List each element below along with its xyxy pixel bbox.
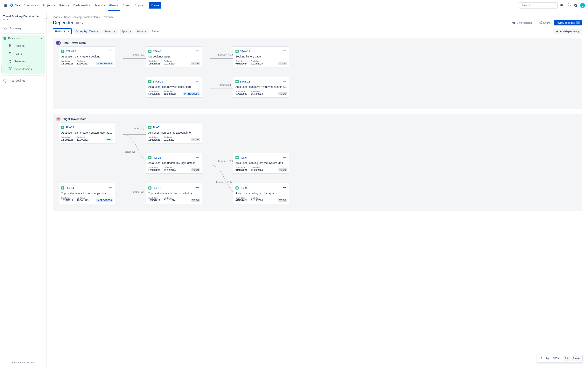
breadcrumb-link[interactable]: Plans [53, 16, 60, 19]
issue-key-link[interactable]: STAY-18 [240, 80, 250, 83]
chevron-down-icon [53, 4, 55, 6]
more-icon [195, 79, 199, 83]
issue-card[interactable]: FLY-6As a user I can log into the system… [233, 153, 289, 174]
review-changes-button[interactable]: Review changes 2 [554, 20, 582, 25]
svg-point-6 [4, 6, 5, 7]
zoom-in-button[interactable] [545, 355, 551, 361]
issue-summary: Trip destination selection - single dest… [61, 192, 112, 195]
give-feedback-button[interactable]: Give feedback [510, 20, 535, 26]
card-menu-button[interactable] [195, 125, 200, 130]
nav-item-projects[interactable]: Projects [41, 2, 57, 8]
nav-item-filters[interactable]: Filters [58, 2, 71, 8]
sidebar-footer-link[interactable]: Learn more about plans [0, 361, 46, 364]
share-button[interactable]: Share [537, 20, 552, 26]
nav-item-teams[interactable]: Teams [93, 2, 107, 8]
top-nav: Jira Your workProjectsFiltersDashboardsT… [0, 0, 588, 11]
card-menu-button[interactable] [195, 79, 200, 84]
breadcrumb-link[interactable]: Travel Booking Division plan [64, 16, 98, 19]
issue-key-link[interactable]: FLY-25 [153, 156, 161, 159]
issue-key-link[interactable]: FLY-7 [153, 126, 160, 129]
toolbar: Roll-up to Group by: Team Project Sprint… [53, 28, 582, 34]
card-menu-button[interactable] [108, 125, 112, 130]
sidebar-item-teams[interactable]: Teams [1, 50, 45, 57]
zoom-out-button[interactable] [538, 355, 544, 361]
card-menu-button[interactable] [282, 79, 287, 84]
card-menu-button[interactable] [282, 185, 287, 191]
search-input[interactable] [522, 4, 556, 7]
issue-card[interactable]: FLY-7As I user I can edit my account inf… [146, 123, 202, 143]
user-avatar[interactable]: g [579, 2, 586, 8]
zoom-fit-button[interactable]: Fit [563, 356, 570, 361]
issue-card[interactable]: FLY-14Trip destination selection - singl… [59, 183, 115, 204]
group-by-filter[interactable]: Group by: Team [74, 29, 101, 34]
add-dependency-button[interactable]: Add dependency [553, 29, 582, 34]
sidebar-collapse-button[interactable] [44, 16, 49, 21]
issue-key-link[interactable]: STAY-12 [240, 50, 250, 53]
issue-card[interactable]: FLY-16Trip destination selection - multi… [146, 183, 202, 204]
reset-filters-button[interactable]: Reset [150, 29, 160, 34]
dependencies-canvas[interactable]: 🌙Hotel Travel Teamblocks (0d)blocks (+ <… [53, 38, 582, 367]
issue-key-link[interactable]: FLY-24 [66, 126, 74, 129]
nav-item-dashboards[interactable]: Dashboards [72, 2, 92, 8]
issue-key-link[interactable]: STAY-19 [153, 80, 163, 83]
nav-item-your-work[interactable]: Your work [23, 2, 41, 8]
issue-key-link[interactable]: STAY-25 [66, 50, 76, 53]
svg-point-22 [9, 67, 9, 68]
issue-card[interactable]: FLY-25As a user I can update my login de… [146, 153, 202, 174]
sidebar-item-releases[interactable]: Releases [1, 58, 45, 65]
svg-point-62 [111, 187, 112, 188]
card-menu-button[interactable] [282, 49, 287, 54]
app-switcher-icon[interactable] [2, 2, 9, 8]
issue-card[interactable]: STAY-12Booking history pageStart date01/… [233, 46, 289, 67]
project-filter[interactable]: Project [103, 29, 117, 34]
sidebar-item-plan-settings[interactable]: Plan settings [1, 77, 45, 84]
nav-item-plans[interactable]: Plans [108, 2, 120, 8]
scenario-name: Best case [8, 37, 20, 40]
issue-key-link[interactable]: FLY-6 [240, 156, 247, 159]
issue-card[interactable]: STAY-18As a user I can save my payment i… [233, 77, 289, 98]
zoom-reset-button[interactable]: Reset [571, 356, 582, 361]
issue-summary: As a user I can update my login details [148, 161, 200, 165]
svg-point-21 [10, 52, 11, 53]
create-button[interactable]: Create [149, 2, 161, 8]
story-icon [61, 186, 64, 190]
card-menu-button[interactable] [195, 185, 200, 191]
svg-text:?: ? [568, 4, 569, 7]
end-date-label: End date [164, 136, 176, 138]
issue-summary: As a user I can pay with credit card [148, 85, 200, 88]
nav-item-apps[interactable]: Apps [133, 2, 145, 8]
nav-item-assets[interactable]: Assets [121, 2, 132, 8]
issue-card[interactable]: STAY-7My bookings pageStart date12/30/20… [146, 46, 202, 67]
issue-key-link[interactable]: STAY-7 [153, 50, 162, 53]
help-icon[interactable]: ? [565, 2, 572, 8]
svg-point-3 [4, 5, 5, 6]
issue-card[interactable]: STAY-25As a user I can create a bookingS… [59, 46, 115, 67]
more-icon [108, 125, 112, 129]
card-menu-button[interactable] [108, 185, 112, 191]
svg-point-43 [197, 81, 198, 81]
notifications-icon[interactable] [558, 2, 565, 8]
issue-card[interactable]: STAY-19As a user I can pay with credit c… [146, 77, 202, 98]
settings-icon[interactable] [572, 2, 579, 8]
sidebar-item-dependencies[interactable]: Dependencies [1, 65, 45, 73]
sidebar-label: Timeline [14, 44, 25, 47]
card-menu-button[interactable] [108, 49, 112, 54]
card-menu-button[interactable] [195, 49, 200, 54]
issue-filter[interactable]: Issue [135, 29, 148, 34]
sidebar-item-summary[interactable]: Summary [1, 25, 45, 32]
issue-card[interactable]: FLY-9As a user I can log into the system… [233, 183, 289, 204]
breadcrumb-link[interactable]: Best case [102, 16, 113, 19]
issue-key-link[interactable]: FLY-9 [240, 186, 247, 190]
sidebar-scenario-header[interactable]: Best case [1, 35, 45, 41]
issue-key-link[interactable]: FLY-16 [153, 186, 161, 190]
sidebar-item-timeline[interactable]: Timeline [1, 42, 45, 50]
issue-card[interactable]: FLY-24As a user I can create a custom us… [59, 123, 115, 143]
rollup-filter[interactable]: Roll-up to [53, 28, 72, 34]
card-menu-button[interactable] [282, 155, 287, 160]
svg-point-34 [110, 50, 111, 51]
sprint-filter[interactable]: Sprint [120, 29, 133, 34]
search-box[interactable] [519, 2, 558, 8]
card-menu-button[interactable] [195, 155, 200, 160]
issue-key-link[interactable]: FLY-14 [66, 186, 74, 190]
jira-logo[interactable]: Jira [9, 3, 20, 8]
